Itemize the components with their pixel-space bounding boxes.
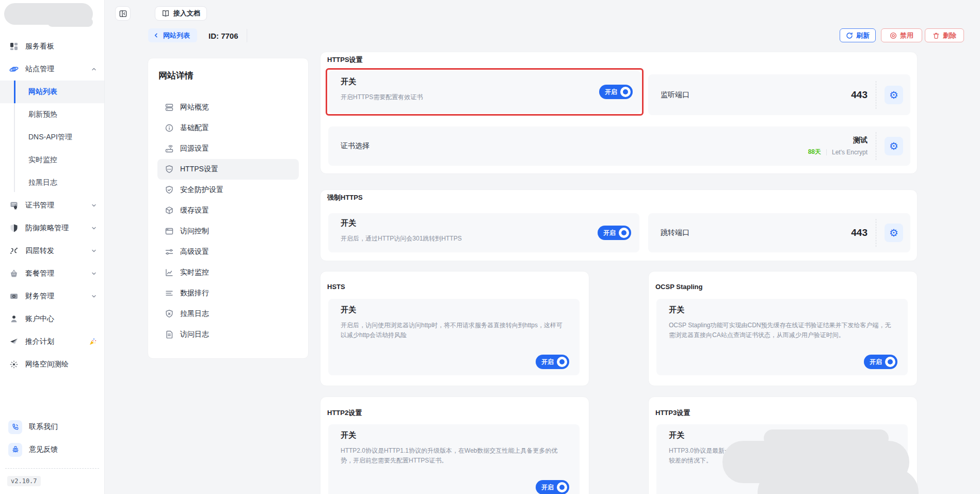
site-id-label: ID: 7706 — [208, 31, 238, 40]
sidebar-item-referral-plan[interactable]: 推介计划 — [0, 330, 104, 353]
detail-menu-item-security-protection[interactable]: 安全防护设置 — [157, 180, 299, 200]
detail-menu-item-label: 安全防护设置 — [180, 185, 223, 195]
sidebar-footer-label: 联系我们 — [29, 422, 58, 432]
sidebar-subitem-label: 实时监控 — [28, 155, 57, 165]
sidebar-divider — [5, 468, 99, 469]
certificate-meta-divider — [826, 149, 827, 155]
sidebar-footer-contact-us[interactable]: 联系我们 — [0, 416, 104, 438]
sidebar-item-plan-management[interactable]: 套餐管理 — [0, 262, 104, 285]
back-to-website-list-button[interactable]: 网站列表 — [148, 28, 197, 42]
certificate-settings-button[interactable]: ⚙ — [885, 137, 903, 155]
paper-plane-icon — [9, 337, 19, 346]
sidebar-item-account-center[interactable]: 账户中心 — [0, 308, 104, 330]
censor-scribble — [758, 469, 919, 494]
detail-menu-item-blacklist-log[interactable]: 拉黑日志 — [157, 304, 299, 324]
detail-menu-item-site-overview[interactable]: 网站概览 — [157, 97, 299, 118]
sidebar-item-cyberspace-mapping[interactable]: 网络空间测绘 — [0, 353, 104, 376]
refresh-button[interactable]: 刷新 — [840, 28, 876, 42]
sidebar-item-defense-policy[interactable]: 防御策略管理 — [0, 217, 104, 240]
sidebar-nav: 服务看板站点管理网站列表刷新预热DNS-API管理实时监控拉黑日志证书管理防御策… — [0, 35, 104, 376]
detail-menu-item-advanced-settings[interactable]: 高级设置 — [157, 242, 299, 262]
sidebar-subitem-purge-preheat[interactable]: 刷新预热 — [0, 103, 104, 126]
shield-check-icon — [165, 185, 174, 195]
detail-menu-item-origin-settings[interactable]: 回源设置 — [157, 138, 299, 159]
switch-card-desc: 开启HTTPS需要配置有效证书 — [341, 92, 629, 102]
sidebar-item-layer4-forward[interactable]: 四层转发 — [0, 240, 104, 262]
sidebar-item-finance[interactable]: 财务管理 — [0, 285, 104, 308]
detail-menu-item-access-log[interactable]: 访问日志 — [157, 324, 299, 345]
listen-port-settings-button[interactable]: ⚙ — [885, 86, 903, 104]
gear-icon: ⚙ — [889, 89, 898, 101]
delete-button[interactable]: 删除 — [925, 28, 964, 42]
sidebar-item-site-management[interactable]: 站点管理 — [0, 58, 104, 81]
https-switch-toggle[interactable]: 开启 — [599, 85, 633, 99]
collapse-sidebar-icon — [119, 9, 127, 18]
sidebar-subitem-label: 网站列表 — [28, 87, 57, 97]
certificate-card: 证书选择 测试 88天 Let's Encrypt ⚙ — [328, 126, 910, 166]
refresh-icon — [846, 32, 853, 39]
toggle-knob — [885, 357, 895, 367]
redirect-port-label: 跳转端口 — [661, 228, 689, 237]
hsts-switch-toggle[interactable]: 开启 — [536, 355, 569, 369]
sidebar-subitem-website-list[interactable]: 网站列表 — [0, 81, 104, 103]
sidebar-footer-label: 意见反馈 — [29, 445, 58, 454]
detail-menu-item-basic-config[interactable]: 基础配置 — [157, 118, 299, 138]
detail-menu-item-label: HTTPS设置 — [180, 165, 218, 174]
detail-menu-item-cache-settings[interactable]: 缓存设置 — [157, 200, 299, 221]
detail-menu-item-access-control[interactable]: 访问控制 — [157, 221, 299, 242]
package-icon — [9, 269, 19, 278]
toggle-knob — [557, 482, 567, 492]
sidebar-item-label: 推介计划 — [25, 337, 54, 346]
book-icon — [162, 9, 170, 18]
chevron-down-icon — [91, 293, 97, 299]
sidebar-subitem-blacklist-log[interactable]: 拉黑日志 — [0, 171, 104, 194]
dashed-separator — [876, 81, 876, 109]
sidebar-subitem-dns-api[interactable]: DNS-API管理 — [0, 126, 104, 149]
overview-icon — [165, 103, 174, 112]
certificate-days-left: 88天 — [808, 148, 821, 156]
disable-button[interactable]: 禁用 — [881, 28, 922, 42]
certificate-info: 测试 88天 Let's Encrypt — [808, 136, 867, 156]
forward-icon — [9, 246, 19, 256]
switch-card-title: 开关 — [669, 305, 684, 315]
chevron-down-icon — [91, 270, 97, 277]
force-https-card: 强制HTTPS 开关 开启后，通过HTTP访问会301跳转到HTTPS 开启 跳… — [320, 189, 918, 261]
radar-icon — [9, 360, 19, 369]
collapse-sidebar-button[interactable] — [115, 6, 131, 21]
toggle-knob — [557, 357, 567, 367]
shield-dots-icon — [165, 165, 174, 174]
cube-icon — [165, 206, 174, 215]
detail-menu-item-label: 高级设置 — [180, 247, 209, 257]
https-section-title: HTTPS设置 — [327, 55, 363, 65]
force-https-switch-toggle[interactable]: 开启 — [598, 226, 631, 240]
sidebar-footer-feedback[interactable]: 意见反馈 — [0, 438, 104, 461]
sidebar-subitem-realtime-monitor[interactable]: 实时监控 — [0, 149, 104, 171]
detail-menu-item-https-settings[interactable]: HTTPS设置 — [157, 159, 299, 180]
sidebar-item-label: 套餐管理 — [25, 269, 54, 278]
chevron-left-icon — [153, 33, 159, 38]
certificate-issuer: Let's Encrypt — [832, 149, 867, 156]
detail-menu-item-label: 访问控制 — [180, 227, 209, 236]
topbar-divider — [247, 29, 247, 42]
detail-menu-item-label: 数据排行 — [180, 289, 209, 298]
sidebar-item-dashboard[interactable]: 服务看板 — [0, 35, 104, 58]
detail-menu-item-data-ranking[interactable]: 数据排行 — [157, 283, 299, 304]
http2-switch-toggle[interactable]: 开启 — [536, 480, 569, 494]
app-root: 服务看板站点管理网站列表刷新预热DNS-API管理实时监控拉黑日志证书管理防御策… — [0, 0, 980, 494]
http2-section-title: HTTP2设置 — [327, 408, 362, 418]
docs-button[interactable]: 接入文档 — [155, 6, 207, 21]
sidebar-item-cert-management[interactable]: 证书管理 — [0, 194, 104, 217]
ocsp-switch-toggle[interactable]: 开启 — [864, 355, 897, 369]
chevron-down-icon — [91, 202, 97, 209]
https-settings-card: HTTPS设置 开关 开启HTTPS需要配置有效证书 开启 监听端口 443 ⚙… — [320, 52, 918, 174]
toggle-label: 开启 — [870, 358, 882, 366]
toggle-knob — [619, 228, 629, 238]
bug-icon — [8, 443, 22, 457]
switch-card-title: 开关 — [341, 218, 356, 228]
sidebar-submenu: 网站列表刷新预热DNS-API管理实时监控拉黑日志 — [0, 81, 104, 194]
version-badge: v2.10.7 — [7, 476, 41, 486]
listen-port-card: 监听端口 443 ⚙ — [648, 74, 910, 115]
detail-menu-item-realtime-monitor[interactable]: 实时监控 — [157, 262, 299, 283]
redirect-port-settings-button[interactable]: ⚙ — [885, 224, 903, 242]
sidebar-footer: 联系我们意见反馈 v2.10.7 — [0, 416, 104, 486]
